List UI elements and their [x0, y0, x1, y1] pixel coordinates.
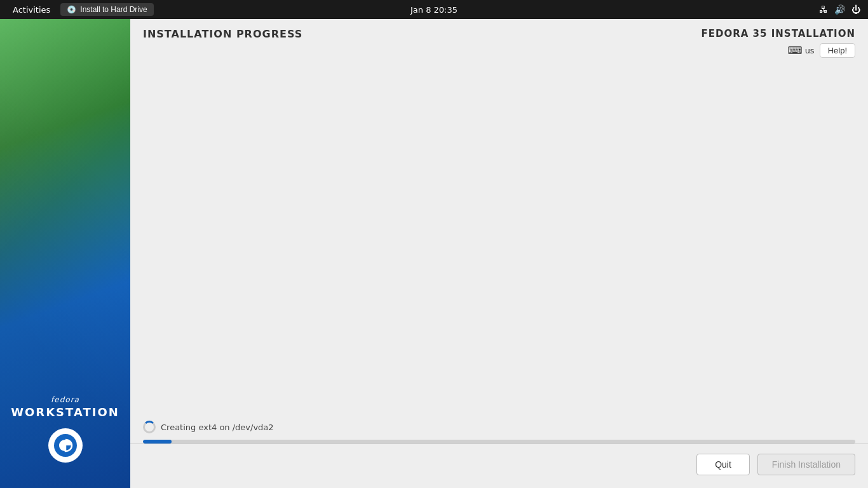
bottom-section: Creating ext4 on /dev/vda2 Quit Finish I… — [130, 418, 868, 488]
fedora-installation-title: FEDORA 35 INSTALLATION — [702, 28, 855, 39]
status-row: Creating ext4 on /dev/vda2 — [143, 418, 855, 436]
installer-label: Install to Hard Drive — [80, 5, 147, 14]
topbar-right: 🖧 🔊 ⏻ — [819, 4, 860, 15]
fedora-logo-icon — [48, 428, 83, 463]
keyboard-indicator: ⌨ us — [788, 44, 815, 57]
keyboard-layout-label: us — [805, 46, 815, 55]
progress-spinner — [143, 421, 156, 433]
help-button[interactable]: Help! — [820, 43, 855, 58]
sidebar: fedora WORKSTATION — [0, 19, 130, 488]
status-text: Creating ext4 on /dev/vda2 — [161, 423, 274, 432]
content-area: INSTALLATION PROGRESS FEDORA 35 INSTALLA… — [130, 19, 868, 488]
installer-button[interactable]: 💿 Install to Hard Drive — [60, 3, 153, 16]
network-icon[interactable]: 🖧 — [819, 4, 828, 15]
topbar: Activities 💿 Install to Hard Drive Jan 8… — [0, 0, 868, 19]
power-icon[interactable]: ⏻ — [851, 4, 860, 15]
volume-icon[interactable]: 🔊 — [834, 4, 845, 15]
keyboard-icon: ⌨ — [788, 44, 803, 57]
sidebar-logo: fedora WORKSTATION — [11, 395, 119, 463]
main-area: fedora WORKSTATION INSTALLATION PROGRESS… — [0, 19, 868, 488]
fedora-brand-text: fedora — [51, 395, 79, 404]
topbar-left: Activities 💿 Install to Hard Drive — [8, 3, 154, 16]
footer-actions: Quit Finish Installation — [130, 444, 868, 488]
quit-button[interactable]: Quit — [696, 454, 750, 475]
workstation-brand-text: WORKSTATION — [11, 405, 119, 419]
content-inner: Creating ext4 on /dev/vda2 Quit Finish I… — [130, 64, 868, 488]
page-header: INSTALLATION PROGRESS FEDORA 35 INSTALLA… — [130, 19, 868, 64]
topbar-datetime: Jan 8 20:35 — [410, 5, 458, 15]
header-controls: ⌨ us Help! — [788, 43, 855, 58]
header-right: FEDORA 35 INSTALLATION ⌨ us Help! — [702, 28, 855, 58]
activities-button[interactable]: Activities — [8, 4, 55, 16]
finish-installation-button[interactable]: Finish Installation — [757, 454, 855, 475]
installer-disk-icon: 💿 — [67, 5, 76, 14]
page-title: INSTALLATION PROGRESS — [143, 28, 302, 40]
middle-area — [130, 64, 868, 418]
